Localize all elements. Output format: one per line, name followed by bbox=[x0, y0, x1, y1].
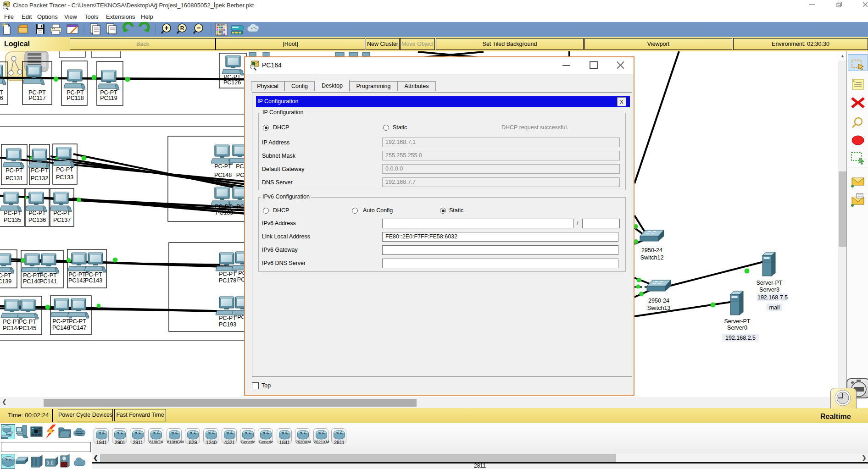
svg-text:PC135: PC135 bbox=[4, 217, 21, 223]
svg-text:PC147: PC147 bbox=[69, 325, 86, 331]
svg-text:PC144: PC144 bbox=[3, 325, 20, 331]
svg-text:PC145: PC145 bbox=[19, 325, 36, 331]
svg-text:PC118: PC118 bbox=[67, 95, 83, 101]
svg-text:PC-PT: PC-PT bbox=[219, 315, 236, 321]
svg-text:PC-PT: PC-PT bbox=[31, 167, 48, 174]
svg-text:PC117: PC117 bbox=[28, 95, 45, 101]
svg-text:PC-PT: PC-PT bbox=[215, 204, 232, 210]
svg-text:Server-PT: Server-PT bbox=[724, 318, 751, 325]
svg-text:PC132: PC132 bbox=[31, 175, 48, 182]
svg-text:PC-PT: PC-PT bbox=[19, 319, 36, 325]
svg-text:192.168.7.5: 192.168.7.5 bbox=[757, 294, 788, 301]
svg-text:PC131: PC131 bbox=[6, 175, 23, 182]
svg-text:PC163: PC163 bbox=[216, 210, 233, 216]
svg-text:PC-PT: PC-PT bbox=[3, 319, 20, 325]
svg-text:Switch12: Switch12 bbox=[640, 254, 664, 261]
svg-text:2950-24: 2950-24 bbox=[648, 298, 669, 304]
svg-text:PC146: PC146 bbox=[52, 325, 70, 331]
svg-text:mail: mail bbox=[769, 304, 780, 311]
svg-text:PC148: PC148 bbox=[214, 172, 232, 178]
svg-text:PC140: PC140 bbox=[23, 278, 40, 285]
svg-text:PC-PT: PC-PT bbox=[85, 271, 102, 278]
svg-text:Server-PT: Server-PT bbox=[757, 280, 783, 286]
svg-text:2950-24: 2950-24 bbox=[641, 247, 662, 254]
svg-text:PC193: PC193 bbox=[219, 321, 236, 328]
svg-text:PC-PT: PC-PT bbox=[39, 272, 57, 279]
svg-text:Switch13: Switch13 bbox=[647, 305, 671, 311]
svg-text:PC-PT: PC-PT bbox=[56, 166, 73, 173]
svg-text:PC-PT: PC-PT bbox=[28, 210, 46, 216]
svg-text:PC-PT: PC-PT bbox=[68, 271, 86, 278]
svg-text:PC143: PC143 bbox=[85, 277, 102, 284]
svg-text:PC-PT: PC-PT bbox=[52, 318, 70, 325]
svg-text:PC126: PC126 bbox=[223, 79, 241, 86]
svg-text:PC137: PC137 bbox=[53, 217, 71, 223]
svg-text:PC-PT: PC-PT bbox=[4, 210, 21, 216]
svg-text:PC142: PC142 bbox=[68, 277, 86, 284]
svg-text:((·)): ((·)) bbox=[47, 460, 54, 465]
svg-text:PC119: PC119 bbox=[100, 95, 117, 101]
svg-text:PC178: PC178 bbox=[219, 277, 236, 284]
svg-text:Server0: Server0 bbox=[727, 325, 747, 331]
svg-text:PC141: PC141 bbox=[39, 278, 57, 285]
svg-text:Server3: Server3 bbox=[759, 287, 779, 293]
svg-text:SELECT: SELECT bbox=[217, 24, 225, 27]
svg-text:PC136: PC136 bbox=[28, 217, 46, 223]
svg-text:PC-PT: PC-PT bbox=[219, 271, 236, 277]
svg-text:PC133: PC133 bbox=[56, 174, 73, 181]
svg-text:PC-PT: PC-PT bbox=[0, 272, 11, 279]
svg-text:PC-PT: PC-PT bbox=[214, 163, 232, 170]
svg-text:PC116: PC116 bbox=[0, 95, 3, 101]
svg-text:PC139: PC139 bbox=[0, 278, 11, 285]
svg-text:PC-PT: PC-PT bbox=[6, 167, 23, 174]
svg-text:PC-PT: PC-PT bbox=[23, 272, 40, 279]
svg-text:R: R bbox=[180, 25, 184, 32]
svg-text:192.168.2.5: 192.168.2.5 bbox=[725, 335, 756, 341]
svg-text:PC-PT: PC-PT bbox=[53, 210, 71, 216]
svg-text:PC-PT: PC-PT bbox=[69, 318, 86, 325]
